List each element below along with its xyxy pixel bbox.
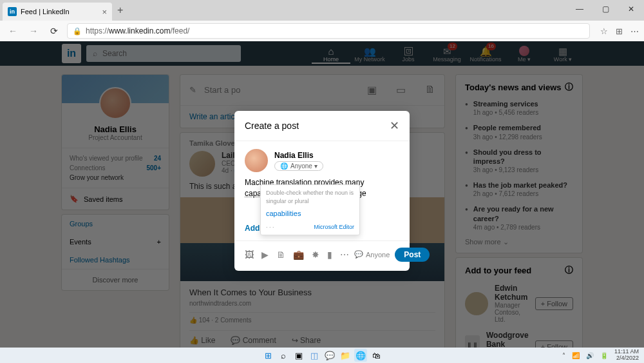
author-name: Nadia Ellis xyxy=(274,151,323,160)
battery-icon[interactable]: 🔋 xyxy=(600,352,608,359)
tab-close-icon[interactable]: × xyxy=(102,7,107,17)
edge-icon[interactable]: 🌐 xyxy=(354,349,367,362)
new-tab-button[interactable]: + xyxy=(117,5,123,16)
close-window-button[interactable]: ✕ xyxy=(618,0,644,18)
editor-hint: Double-check whether the noun is singula… xyxy=(266,189,354,205)
post-button[interactable]: Post xyxy=(395,248,430,262)
url-input[interactable]: 🔒 https://www.linkedin.com/feed/ xyxy=(67,23,590,39)
search-icon[interactable]: ⌕ xyxy=(277,349,290,362)
post-text-input[interactable]: Machine translation provides many capabi… xyxy=(234,177,410,204)
modal-close-button[interactable]: ✕ xyxy=(390,119,399,133)
tab-bar: in Feed | LinkedIn × + — ▢ ✕ xyxy=(0,0,644,21)
editor-suggestion-popup: Double-check whether the noun is singula… xyxy=(260,184,360,235)
briefcase-icon[interactable]: 💼 xyxy=(293,250,304,260)
address-bar: ← → ⟳ 🔒 https://www.linkedin.com/feed/ ☆… xyxy=(0,21,644,41)
volume-icon[interactable]: 🔊 xyxy=(586,352,594,359)
favorite-icon[interactable]: ☆ xyxy=(600,26,608,36)
chat-icon[interactable]: 💬 xyxy=(323,349,336,362)
store-icon[interactable]: 🛍 xyxy=(370,349,383,362)
clock[interactable]: 11:11 AM 2/4/2022 xyxy=(614,349,639,362)
image-icon[interactable]: 🖼 xyxy=(245,250,254,260)
browser-chrome: in Feed | LinkedIn × + — ▢ ✕ ← → ⟳ 🔒 htt… xyxy=(0,0,644,41)
explorer-icon[interactable]: 📁 xyxy=(339,349,352,362)
linkedin-app: in ⌕ Search ⌂Home 👥My Network 🞖Jobs 12✉M… xyxy=(0,41,644,348)
visibility-selector[interactable]: 🌐 Anyone ▾ xyxy=(274,161,323,171)
more-icon[interactable]: ⋯ xyxy=(340,250,349,260)
author-avatar xyxy=(245,149,268,172)
forward-button[interactable]: → xyxy=(26,23,41,39)
create-post-modal: Create a post ✕ Nadia Ellis 🌐 Anyone ▾ M… xyxy=(234,111,410,271)
celebrate-icon[interactable]: ✸ xyxy=(312,250,319,260)
modal-title: Create a post xyxy=(245,121,299,131)
lock-icon: 🔒 xyxy=(73,27,82,35)
tab-title: Feed | LinkedIn xyxy=(21,8,102,15)
linkedin-favicon: in xyxy=(8,7,17,16)
minimize-button[interactable]: — xyxy=(567,0,592,18)
back-button[interactable]: ← xyxy=(5,23,21,39)
maximize-button[interactable]: ▢ xyxy=(592,0,618,18)
refresh-button[interactable]: ⟳ xyxy=(46,23,62,39)
collections-icon[interactable]: ⊞ xyxy=(616,26,623,36)
poll-icon[interactable]: ▮ xyxy=(327,250,332,260)
widgets-icon[interactable]: ◫ xyxy=(308,349,321,362)
document-icon[interactable]: 🗎 xyxy=(276,250,285,260)
menu-icon[interactable]: ⋯ xyxy=(630,26,639,36)
video-icon[interactable]: ▶ xyxy=(261,250,269,260)
editor-suggestion[interactable]: capabilities xyxy=(266,209,354,219)
wifi-icon[interactable]: 📶 xyxy=(572,352,580,359)
windows-taskbar: ⊞ ⌕ ▣ ◫ 💬 📁 🌐 🛍 ˄ 📶 🔊 🔋 11:11 AM 2/4/202… xyxy=(0,348,644,363)
browser-tab[interactable]: in Feed | LinkedIn × xyxy=(3,3,112,21)
task-view-icon[interactable]: ▣ xyxy=(292,349,305,362)
editor-more[interactable]: · · · xyxy=(266,223,274,231)
editor-brand[interactable]: Microsoft Editor xyxy=(314,223,354,231)
comment-visibility[interactable]: 💬 Anyone xyxy=(354,250,390,259)
tray-chevron-icon[interactable]: ˄ xyxy=(562,352,565,359)
start-button[interactable]: ⊞ xyxy=(261,349,274,362)
